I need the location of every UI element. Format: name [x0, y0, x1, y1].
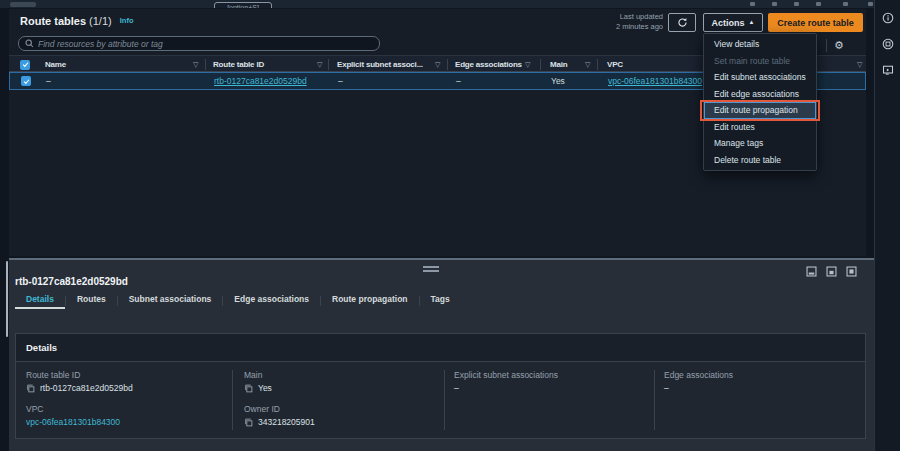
col-header-name[interactable]: Name [45, 56, 66, 73]
page-title: Route tables (1/1) Info [20, 15, 134, 27]
cell-vpc-link[interactable]: vpc-06fea181301b84300 [608, 73, 702, 89]
column-divider [205, 59, 206, 70]
actions-button[interactable]: Actions ▲ [703, 13, 763, 32]
caret-up-icon: ▲ [749, 19, 755, 25]
side-panel-icon[interactable] [881, 63, 895, 77]
split-panel: rtb-0127ca81e2d0529bd Details Routes Sub… [9, 258, 874, 451]
menu-item-edit-subnet-associations[interactable]: Edit subnet associations [704, 69, 816, 86]
search-shortcut-hint: [option+S] [227, 4, 259, 8]
vpc-link[interactable]: vpc-06fea181301b84300 [26, 417, 120, 427]
divider [826, 39, 827, 52]
preferences-gear-icon[interactable]: ⚙ [834, 40, 844, 51]
navbar-icon[interactable] [816, 2, 821, 6]
top-navbar: [option+S] [0, 0, 900, 8]
actions-button-label: Actions [712, 18, 745, 28]
info-icon[interactable] [881, 11, 895, 25]
cell-name: – [46, 73, 51, 89]
create-route-table-label: Create route table [777, 18, 854, 28]
info-link[interactable]: Info [120, 16, 134, 25]
navbar-icon[interactable] [772, 2, 777, 6]
col-header-route-table-id[interactable]: Route table ID [213, 56, 264, 73]
sort-icon[interactable]: ▽ [857, 56, 862, 73]
tab-details[interactable]: Details [15, 292, 65, 309]
copy-icon[interactable] [244, 418, 253, 427]
tab-route-propagation[interactable]: Route propagation [321, 292, 419, 309]
right-tools-rail [874, 0, 900, 451]
navbar-icon[interactable] [868, 2, 873, 6]
field-edge-associations: Edge associations – [664, 370, 733, 393]
page-title-text: Route tables [20, 15, 86, 27]
column-divider [328, 59, 329, 70]
panel-split-layout-icon[interactable] [826, 266, 837, 277]
tab-edge-associations[interactable]: Edge associations [223, 292, 320, 309]
select-all-checkbox[interactable] [20, 60, 30, 70]
tab-routes[interactable]: Routes [66, 292, 117, 309]
cell-explicit-subnet: – [338, 73, 343, 89]
field-owner-id: Owner ID 343218205901 [244, 404, 315, 427]
navbar-icon[interactable] [750, 2, 755, 6]
sort-icon[interactable]: ▽ [525, 56, 530, 73]
column-divider [597, 59, 598, 70]
column-divider [444, 370, 445, 430]
split-panel-title: rtb-0127ca81e2d0529bd [15, 276, 128, 287]
split-panel-tabs: Details Routes Subnet associations Edge … [15, 292, 461, 309]
field-route-table-id: Route table ID rtb-0127ca81e2d0529bd [26, 370, 133, 393]
menu-item-set-main-route-table: Set main route table [704, 53, 816, 70]
row-checkbox[interactable] [21, 76, 31, 86]
field-vpc: VPC vpc-06fea181301b84300 [26, 404, 120, 427]
col-header-explicit-subnet[interactable]: Explicit subnet associ... [337, 56, 423, 73]
navbar-icon[interactable] [843, 2, 848, 6]
field-main: Main Yes [244, 370, 272, 393]
column-divider [540, 59, 541, 70]
col-header-edge-associations[interactable]: Edge associations [455, 56, 522, 73]
details-heading: Details [16, 334, 865, 362]
search-input[interactable] [38, 39, 373, 49]
actions-dropdown-menu: View details Set main route table Edit s… [703, 33, 817, 171]
aws-console-screen: [option+S] Route tables (1/1) Info Last … [0, 0, 900, 451]
cell-edge-associations: – [456, 73, 461, 89]
panel-side-layout-icon[interactable] [846, 266, 857, 277]
column-divider [654, 370, 655, 430]
column-divider [447, 59, 448, 70]
create-route-table-button[interactable]: Create route table [768, 13, 863, 32]
menu-item-edit-route-propagation[interactable]: Edit route propagation [704, 102, 816, 119]
sort-icon[interactable]: ▽ [585, 56, 590, 73]
panel-bottom-layout-icon[interactable] [806, 266, 817, 277]
menu-item-edit-edge-associations[interactable]: Edit edge associations [704, 86, 816, 103]
col-header-vpc[interactable]: VPC [607, 56, 623, 73]
copy-icon[interactable] [26, 384, 35, 393]
tools-icon[interactable] [881, 37, 895, 51]
cell-main: Yes [551, 73, 565, 89]
col-header-main[interactable]: Main [550, 56, 567, 73]
split-panel-drag-handle[interactable] [423, 266, 439, 272]
tab-subnet-associations[interactable]: Subnet associations [118, 292, 223, 309]
search-icon [25, 39, 34, 48]
resource-count: (1/1) [89, 15, 112, 27]
sort-icon[interactable]: ▽ [435, 56, 440, 73]
sort-icon[interactable]: ▽ [193, 56, 198, 73]
sort-icon[interactable]: ▽ [317, 56, 322, 73]
details-card: Details Route table ID rtb-0127ca81e2d05… [15, 333, 866, 439]
left-scrollbar-thumb[interactable] [6, 261, 8, 337]
tab-tags[interactable]: Tags [420, 292, 461, 309]
copy-icon[interactable] [244, 384, 253, 393]
menu-item-delete-route-table[interactable]: Delete route table [704, 152, 816, 169]
aws-logo [10, 2, 36, 7]
column-divider [232, 370, 233, 430]
menu-item-view-details[interactable]: View details [704, 36, 816, 53]
menu-item-edit-routes[interactable]: Edit routes [704, 119, 816, 136]
cell-route-table-id-link[interactable]: rtb-0127ca81e2d0529bd [214, 73, 307, 89]
field-explicit-subnet-associations: Explicit subnet associations – [454, 370, 558, 393]
console-search-box[interactable]: [option+S] [214, 2, 272, 8]
menu-item-manage-tags[interactable]: Manage tags [704, 135, 816, 152]
refresh-button[interactable] [668, 13, 696, 32]
navbar-icon[interactable] [794, 2, 799, 6]
last-updated-label: Last updated 2 minutes ago [589, 12, 663, 32]
filter-search-box[interactable] [18, 36, 380, 51]
refresh-icon [677, 17, 688, 28]
